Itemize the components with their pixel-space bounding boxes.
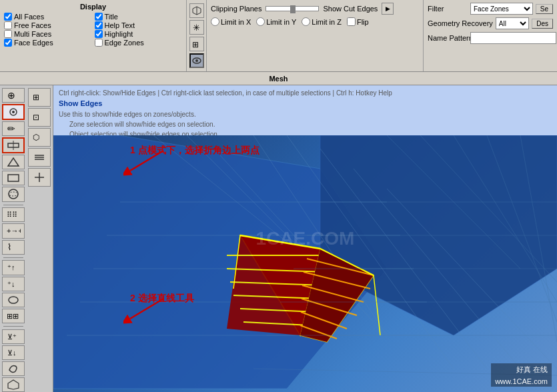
- svg-text:⊻↓: ⊻↓: [7, 349, 17, 357]
- icon-eye[interactable]: [189, 53, 204, 68]
- svg-marker-12: [8, 158, 19, 166]
- viewport[interactable]: Ctrl right-click: Show/Hide Edges | Ctrl…: [53, 85, 557, 392]
- sidebar-right-btn-3[interactable]: ⬡: [28, 128, 51, 147]
- sidebar-right-btn-5[interactable]: [28, 168, 51, 187]
- annotation-1: 1 点模式下，选择折角边上两点: [130, 144, 259, 157]
- limit-x-radio[interactable]: Limit in X: [211, 17, 251, 26]
- svg-text:✳: ✳: [193, 23, 200, 33]
- svg-point-8: [12, 111, 15, 113]
- svg-text:⊡: ⊡: [33, 113, 39, 122]
- svg-text:✏: ✏: [7, 123, 15, 134]
- sidebar-right-btn-4[interactable]: [28, 148, 51, 167]
- des-button[interactable]: Des: [532, 19, 553, 29]
- filter-row: Filter Face Zones Se: [428, 3, 553, 15]
- svg-point-21: [9, 297, 18, 303]
- checkbox-title[interactable]: Title: [95, 13, 183, 21]
- sidebar-btn-line[interactable]: [2, 137, 25, 153]
- svg-text:⁺↑: ⁺↑: [7, 263, 15, 271]
- sidebar-btn-curve[interactable]: ⌇: [2, 240, 25, 255]
- svg-text:⌇: ⌇: [7, 242, 11, 252]
- svg-text:⊻⁺: ⊻⁺: [7, 333, 17, 341]
- svg-text:⠿⠿: ⠿⠿: [7, 211, 17, 219]
- info-hint1: Use this to show/hide edges on zones/obj…: [59, 109, 552, 119]
- checkbox-face-edges[interactable]: Face Edges: [4, 39, 92, 47]
- sidebar-col-left: ⊕ ✏ ⠿⠿ +→+: [0, 85, 27, 392]
- limit-z-radio[interactable]: Limit in Z: [302, 17, 342, 26]
- svg-text:⁺↓: ⁺↓: [7, 280, 15, 288]
- sidebar-divider-3: [3, 326, 23, 327]
- sidebar-btn-point[interactable]: [2, 104, 25, 120]
- watermark-line2: www.1CAE.com: [491, 376, 552, 387]
- sidebar-btn-sub[interactable]: ⊻↓: [2, 345, 25, 360]
- left-sidebar: ⊕ ✏ ⠿⠿ +→+: [0, 85, 53, 392]
- clipping-row: Clipping Planes Show Cut Edges ▶: [211, 3, 419, 15]
- sidebar-btn-grid[interactable]: ⠿⠿: [2, 207, 25, 222]
- sidebar-btn-edge[interactable]: ✏: [2, 121, 25, 136]
- se-button[interactable]: Se: [536, 4, 553, 14]
- svg-rect-13: [8, 175, 19, 181]
- sidebar-btn-rect[interactable]: [2, 171, 25, 185]
- play-button[interactable]: ▶: [382, 3, 394, 15]
- sidebar-right-btn-1[interactable]: ⊞: [28, 88, 51, 107]
- svg-text:⊞⊞: ⊞⊞: [7, 312, 19, 320]
- icon-strip-left: ✳ ⊞: [187, 0, 207, 71]
- name-pattern-input[interactable]: [470, 32, 556, 44]
- filter-label: Filter: [428, 5, 468, 13]
- watermark: 好真 在线 www.1CAE.com: [491, 363, 552, 387]
- checkbox-multi-faces[interactable]: Multi Faces: [4, 30, 92, 38]
- annotation-2: 2 选择直线工具: [130, 292, 194, 305]
- sidebar-btn-arrow[interactable]: +→+: [2, 223, 25, 238]
- sidebar-divider-1: [3, 205, 23, 205]
- display-title: Display: [4, 3, 182, 11]
- main-area: ⊕ ✏ ⠿⠿ +→+: [0, 85, 557, 392]
- name-pattern-label: Name Pattern: [428, 34, 468, 42]
- name-pattern-row: Name Pattern Advan: [428, 32, 553, 44]
- limit-y-radio[interactable]: Limit in Y: [256, 17, 296, 26]
- filter-select[interactable]: Face Zones: [470, 3, 533, 15]
- svg-point-15: [9, 192, 18, 196]
- sidebar-right-btn-2[interactable]: ⊡: [28, 108, 51, 127]
- sidebar-divider-2: [3, 257, 23, 258]
- svg-marker-25: [8, 380, 19, 389]
- checkbox-all-faces[interactable]: All Faces: [4, 13, 92, 21]
- watermark-line1: 好真 在线: [491, 363, 552, 376]
- sidebar-btn-minus-x[interactable]: ⁺↓: [2, 277, 25, 291]
- icon-3d-box[interactable]: [189, 3, 204, 18]
- sidebar-btn-angle[interactable]: [2, 155, 25, 169]
- sidebar-btn-sphere[interactable]: [2, 187, 25, 201]
- sidebar-btn-lasso[interactable]: [2, 361, 25, 376]
- geometry-recovery-select[interactable]: All: [496, 17, 529, 29]
- filter-panel: Filter Face Zones Se Geometry Recovery A…: [424, 0, 557, 71]
- sidebar-btn-move[interactable]: ⊕: [2, 88, 25, 103]
- clipping-panel: Clipping Planes Show Cut Edges ▶ Limit i…: [207, 0, 424, 71]
- svg-point-5: [195, 59, 198, 62]
- icon-star[interactable]: ✳: [189, 20, 204, 35]
- sidebar-btn-transform[interactable]: ⊻⁺: [2, 329, 25, 344]
- flip-checkbox[interactable]: Flip: [347, 17, 369, 26]
- checkbox-edge-zones[interactable]: Edge Zones: [95, 39, 183, 47]
- svg-text:⊞: ⊞: [33, 93, 39, 102]
- checkbox-help-text[interactable]: Help Text: [95, 21, 183, 29]
- limit-row: Limit in X Limit in Y Limit in Z Flip: [211, 17, 419, 26]
- geometry-row: Geometry Recovery All Des: [428, 17, 553, 29]
- svg-line-80: [130, 151, 163, 171]
- sidebar-btn-pencil[interactable]: [2, 293, 25, 307]
- sidebar-btn-net[interactable]: [2, 377, 25, 392]
- display-panel: Display All Faces Title Free Faces Help …: [0, 0, 187, 71]
- checkbox-highlight[interactable]: Highlight: [95, 30, 183, 38]
- info-hint2: Zone selection will show/hide edges on s…: [59, 119, 552, 129]
- icon-mesh-edit[interactable]: ⊞: [189, 37, 204, 51]
- mesh-bar: Mesh: [0, 72, 557, 85]
- clipping-slider[interactable]: [265, 6, 319, 11]
- ctrl-hint: Ctrl right-click: Show/Hide Edges | Ctrl…: [59, 88, 552, 98]
- show-edges-title: Show Edges: [59, 98, 552, 109]
- checkbox-free-faces[interactable]: Free Faces: [4, 21, 92, 29]
- svg-text:⊞: ⊞: [192, 40, 199, 49]
- sidebar-btn-grid2[interactable]: ⊞⊞: [2, 309, 25, 323]
- sidebar-col-right: ⊞ ⊡ ⬡: [27, 85, 53, 392]
- svg-line-81: [130, 299, 163, 319]
- sidebar-btn-plus-x[interactable]: ⁺↑: [2, 260, 25, 275]
- svg-point-14: [9, 189, 18, 199]
- svg-text:+→+: +→+: [7, 227, 21, 235]
- show-cut-edges-label: Show Cut Edges: [323, 5, 378, 13]
